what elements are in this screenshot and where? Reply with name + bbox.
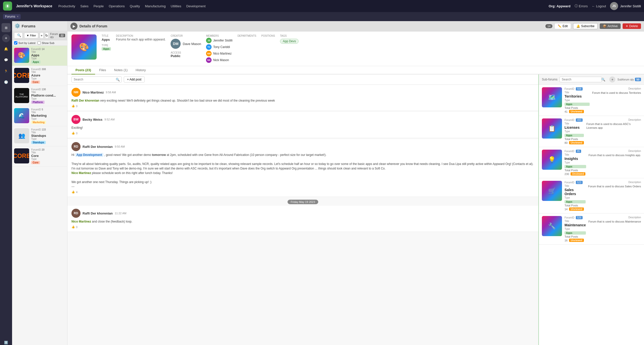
- close-icon[interactable]: ×: [17, 15, 19, 18]
- nav-manufacturing[interactable]: Manufacturing: [145, 4, 166, 8]
- posts-search-input[interactable]: [71, 76, 122, 82]
- sidebar-run-icon[interactable]: 🏃: [2, 66, 11, 75]
- post-body: Hi App Development , good news! We got a…: [71, 153, 534, 189]
- nav-user[interactable]: JS Jennifer Sistilli: [610, 2, 641, 10]
- breadcrumb-forums[interactable]: Forums ×: [3, 14, 21, 19]
- subforum-item[interactable]: 🔧 ForumID 526 Title Maintenance Type App…: [539, 213, 644, 245]
- subforum-info: ForumID 523 Title Sales Orders Type Apps…: [565, 181, 586, 211]
- forum-meta: ForumID 308 Title Azure Type Core: [31, 68, 65, 84]
- forum-type-badge: Core: [31, 161, 40, 164]
- forum-title: Standups: [31, 134, 65, 138]
- sidebar-grid-icon[interactable]: ⊞: [2, 23, 11, 32]
- nav-sales[interactable]: Sales: [80, 4, 89, 8]
- subforum-thumbnail: 🔧: [542, 216, 562, 236]
- filter-button[interactable]: ▼ Filter: [24, 33, 38, 38]
- add-post-button[interactable]: + Add post: [124, 76, 145, 82]
- refresh-button[interactable]: ↻: [45, 32, 49, 38]
- edit-button[interactable]: ✏️ Edit: [554, 23, 571, 29]
- subforum-thumbnail: 💡: [542, 150, 562, 170]
- forum-meta: ForumID 130 Title Platform cond... Type …: [31, 88, 65, 104]
- icon-sidebar: ⊞ + 🔔 💬 🏃 🕐 ⬆️: [0, 21, 12, 345]
- sidebar-add-icon[interactable]: +: [2, 34, 10, 42]
- nav-errors[interactable]: ⓘ Errors: [575, 4, 588, 8]
- main-layout: ⊞ + 🔔 💬 🏃 🕐 ⬆️ ⚙️ Forums 🔍 ▼ Filter + ↻ …: [0, 21, 644, 345]
- subforum-thumbnail: 🛒: [542, 181, 562, 201]
- nav-links: Productivity Sales People Operations Qua…: [58, 4, 545, 8]
- nav-right: Org: Appward ⓘ Errors ← Logout JS Jennif…: [549, 2, 641, 10]
- archive-button[interactable]: 📦 Archive: [600, 23, 621, 29]
- forums-toolbar: 🔍 ▼ Filter + ↻ Forum qty 22: [12, 31, 67, 40]
- show-sub-label[interactable]: Show Sub: [37, 41, 54, 45]
- forum-item[interactable]: 🌊 ForumID 5 Title Marketing Type Marketi…: [12, 106, 67, 126]
- nav-operations[interactable]: Operations: [109, 4, 125, 8]
- subforum-type-badge: Apps: [565, 231, 586, 235]
- show-sub-checkbox[interactable]: [37, 41, 41, 45]
- nav-productivity[interactable]: Productivity: [58, 4, 75, 8]
- detail-count-badge: 14: [545, 24, 552, 28]
- delete-button[interactable]: ✕ Delete: [623, 23, 641, 29]
- tab-posts[interactable]: Posts (23): [71, 66, 95, 74]
- post-time: 9:50 AM: [115, 145, 125, 148]
- tab-files[interactable]: Files: [95, 66, 110, 74]
- subforum-title: Licenses: [565, 125, 584, 130]
- forums-search-wrapper: 🔍: [14, 32, 23, 38]
- sidebar-chat-icon[interactable]: 💬: [2, 55, 11, 64]
- forum-id: ForumID 130: [31, 88, 65, 91]
- member-name: Tony Cariddi: [213, 45, 230, 49]
- back-button[interactable]: ▶: [70, 23, 77, 30]
- subforums-panel: Sub-forums 🔍 + Subforum qty 50 🗺️: [538, 74, 644, 345]
- info-creator-section: Creator DM Dave Mason Access Public: [171, 34, 201, 58]
- nav-people[interactable]: People: [94, 4, 104, 8]
- unviewed-badge: Unviewed: [571, 172, 585, 176]
- search-icon: 🔍: [601, 78, 605, 81]
- forum-meta: ForumID 133 Title Standups Type Standups: [31, 128, 65, 144]
- info-members-section: Members JS Jennifer Sistilli TC Tony Car…: [206, 34, 232, 63]
- tab-notes[interactable]: Notes (1): [110, 66, 132, 74]
- add-subforum-button[interactable]: +: [609, 76, 615, 82]
- forum-type-badge: Core: [31, 80, 40, 84]
- forum-item[interactable]: 👥 ForumID 133 Title Standups Type Standu…: [12, 126, 67, 146]
- sidebar-upload-icon[interactable]: ⬆️: [2, 338, 11, 345]
- forum-id: ForumID 5: [31, 108, 65, 111]
- sidebar-bell-icon[interactable]: 🔔: [2, 44, 11, 53]
- forum-item[interactable]: 🎨 ForumID 14 Title Apps Type Apps: [12, 46, 67, 66]
- add-forum-button[interactable]: +: [40, 32, 43, 38]
- post-item: RD Raffi Der khorenian 9:50 AM Hi App De…: [67, 139, 538, 197]
- posts-main: 🔍 + Add post NM Nico Martinez 9:58 AM Ra…: [67, 74, 538, 345]
- nav-development[interactable]: Development: [186, 4, 206, 8]
- nav-logout[interactable]: ← Logout: [592, 4, 606, 8]
- sort-by-latest-label[interactable]: Sort by Latest: [14, 41, 35, 45]
- forum-type-key: Type: [31, 158, 65, 160]
- nav-utilities[interactable]: Utilities: [171, 4, 181, 8]
- subforum-info: ForumID 508 Title Territories Type Apps …: [565, 87, 590, 113]
- nav-quality[interactable]: Quality: [130, 4, 140, 8]
- subforum-item[interactable]: 🗺️ ForumID 508 Title Territories Type Ap…: [539, 85, 644, 116]
- app-logo[interactable]: [3, 2, 12, 11]
- info-positions-section: Positions: [261, 34, 275, 37]
- mention: Nico Martinez: [71, 171, 91, 175]
- post-body: Nico Martinez and close the (feedback) l…: [71, 219, 534, 224]
- unviewed-badge: Unviewed: [569, 207, 584, 211]
- info-tags-section: Tags App Devs: [280, 34, 299, 44]
- subforum-type-badge: Apps: [565, 134, 584, 137]
- subforum-title: Territories: [565, 94, 590, 98]
- forum-item[interactable]: CORE ForumID 308 Title Azure Type Core: [12, 66, 67, 86]
- subforum-info: ForumID 526 Title Maintenance Type Apps …: [565, 216, 586, 242]
- sort-by-latest-checkbox[interactable]: [14, 41, 17, 45]
- post-author: Becky Weiss: [83, 118, 102, 121]
- subscribe-button[interactable]: 🔔 Subscribe: [573, 23, 598, 29]
- member-name: Jennifer Sistilli: [213, 39, 232, 42]
- post-body: Raffi Der khorenian very exciting news! …: [71, 98, 534, 103]
- subforum-item[interactable]: 🛒 ForumID 523 Title Sales Orders Type Ap…: [539, 178, 644, 213]
- forum-item[interactable]: CORE ForumID 20 Title Core Type Core: [12, 146, 67, 166]
- sidebar-clock-icon[interactable]: 🕐: [2, 77, 11, 87]
- post-header: BW Becky Weiss 9:52 AM: [71, 115, 534, 124]
- tab-history[interactable]: History: [132, 66, 150, 74]
- subforum-item[interactable]: 📋 ForumID 493 Title Licenses Type Apps T…: [539, 116, 644, 147]
- member-name: Nick Mason: [213, 58, 229, 62]
- subforums-search-input[interactable]: [559, 77, 602, 82]
- forum-item[interactable]: THE PLATFORM ForumID 130 Title Platform …: [12, 86, 67, 106]
- subforum-item[interactable]: 💡 ForumID 85 Title Insights Type Apps To…: [539, 147, 644, 178]
- forum-title: Apps: [31, 53, 65, 57]
- forum-type-label: Title: [31, 151, 65, 154]
